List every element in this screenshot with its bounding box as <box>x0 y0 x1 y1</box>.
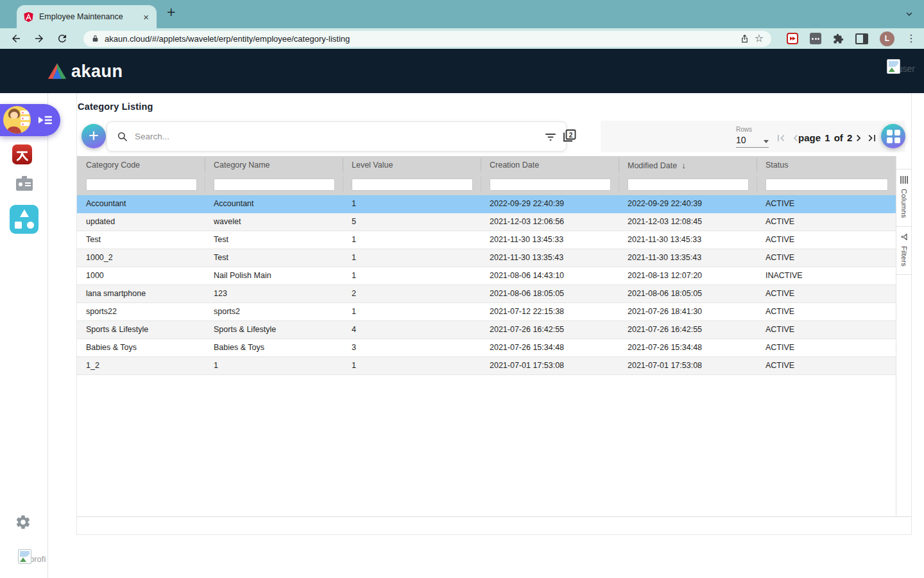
extensions-puzzle-icon[interactable] <box>833 33 844 44</box>
table-cell: 1 <box>343 303 481 320</box>
first-page-button[interactable] <box>774 132 787 144</box>
table-row[interactable]: 1000Nail Polish Main12021-08-06 14:43:10… <box>77 267 896 285</box>
tab-search-chevron-icon[interactable] <box>905 10 914 19</box>
search-icon <box>117 131 128 142</box>
table-row[interactable]: TestTest12021-11-30 13:45:332021-11-30 1… <box>77 231 896 249</box>
table-cell: 2021-07-26 16:42:55 <box>481 321 619 338</box>
table-cell: 2021-07-26 16:42:55 <box>619 321 757 338</box>
table-cell: 2021-07-26 18:41:30 <box>619 303 757 320</box>
reload-button[interactable] <box>56 33 68 44</box>
search-bar <box>107 121 567 152</box>
column-filter-input[interactable] <box>628 179 749 191</box>
rows-per-page-value: 10 <box>736 135 746 145</box>
table-cell: Accountant <box>205 195 343 213</box>
broken-image-icon <box>887 59 900 74</box>
table-cell: 2021-07-26 15:34:48 <box>619 339 757 356</box>
back-button[interactable] <box>10 33 22 44</box>
address-bar[interactable]: akaun.cloud/#/applets/wavelet/erp/entity… <box>83 31 771 47</box>
sidebar-applet-shapes-icon[interactable] <box>10 205 38 234</box>
browser-tab[interactable]: Employee Maintenance × <box>17 5 157 28</box>
akaun-logo-text: akaun <box>71 61 123 81</box>
sidebar-applet-dai-icon[interactable] <box>12 144 32 164</box>
forward-button[interactable] <box>33 33 45 44</box>
user-alt-text: user <box>898 64 915 74</box>
search-input[interactable] <box>133 131 539 142</box>
sidebar-profile-broken-image[interactable]: profi <box>18 549 46 564</box>
column-header[interactable]: Modified Date↓ <box>619 161 757 170</box>
extension-dots-icon[interactable] <box>810 33 821 44</box>
user-menu[interactable]: user <box>887 59 915 74</box>
column-filter-input[interactable] <box>490 179 611 191</box>
table-cell: updated <box>77 213 205 231</box>
table-cell: Babies & Toys <box>77 339 205 356</box>
last-page-button[interactable] <box>866 132 878 144</box>
active-applet-pill[interactable] <box>0 104 60 136</box>
settings-gear-icon[interactable] <box>15 514 31 530</box>
filter-list-icon[interactable] <box>545 132 556 142</box>
table-cell: 2021-11-30 13:35:43 <box>619 249 757 267</box>
next-page-button[interactable] <box>852 132 865 144</box>
table-cell: Test <box>205 231 343 249</box>
plus-icon: + <box>89 127 99 144</box>
browser-menu-kebab-icon[interactable]: ⋮ <box>906 33 916 44</box>
bookmark-star-icon[interactable]: ☆ <box>755 33 764 44</box>
add-category-button[interactable]: + <box>81 124 106 148</box>
column-header[interactable]: Level Value <box>343 161 481 170</box>
tab-close-icon[interactable]: × <box>142 12 150 22</box>
browser-tab-strip: Employee Maintenance × + <box>0 0 924 28</box>
table-row[interactable]: updatedwavelet52021-12-03 12:06:562021-1… <box>77 213 896 231</box>
table-cell: 2021-08-06 14:43:10 <box>481 267 619 285</box>
columns-panel-button[interactable]: Columns <box>896 170 911 227</box>
table-cell: 2021-12-03 12:08:45 <box>619 213 757 231</box>
content-card: Category Listing + 2 Rows 10 p <box>76 93 912 535</box>
side-panel-icon[interactable] <box>855 33 868 44</box>
column-header[interactable]: Status <box>757 161 896 170</box>
table-row[interactable]: Babies & ToysBabies & Toys32021-07-26 15… <box>77 339 896 357</box>
akaun-logo[interactable]: akaun <box>47 61 123 81</box>
table-cell: 2021-11-30 13:35:43 <box>481 249 619 267</box>
table-cell: 2021-11-30 13:45:33 <box>619 231 757 249</box>
filters-label: Filters <box>900 246 908 267</box>
extension-red-icon[interactable] <box>787 33 798 44</box>
page-title: Category Listing <box>78 101 153 112</box>
column-filter-input[interactable] <box>86 179 197 191</box>
column-filter-input[interactable] <box>352 179 473 191</box>
table-row[interactable]: 1_2112021-07-01 17:53:082021-07-01 17:53… <box>77 357 896 375</box>
column-header[interactable]: Category Code <box>77 161 205 170</box>
columns-bars-icon <box>900 176 908 184</box>
pages-copy-icon[interactable]: 2 <box>562 128 577 143</box>
table-cell: 1 <box>343 357 481 374</box>
column-filter-input[interactable] <box>766 179 888 191</box>
lock-icon <box>91 35 99 43</box>
sidebar-applet-badge-icon[interactable] <box>16 179 33 191</box>
column-filter-input[interactable] <box>214 179 335 191</box>
table-row[interactable]: Sports & LifestyleSports & Lifestyle4202… <box>77 321 896 339</box>
column-header[interactable]: Creation Date <box>481 161 619 170</box>
table-cell: 1000_2 <box>77 249 205 267</box>
table-cell: 2021-08-06 18:05:05 <box>481 285 619 302</box>
table-cell: ACTIVE <box>757 213 896 231</box>
table-filter-row <box>77 174 896 195</box>
tab-title: Employee Maintenance <box>39 12 142 21</box>
column-header[interactable]: Category Name <box>205 161 343 170</box>
new-tab-button[interactable]: + <box>167 4 175 21</box>
table-cell: 2021-07-01 17:53:08 <box>619 357 757 374</box>
table-row[interactable]: sports22sports212021-07-12 22:15:382021-… <box>77 303 896 321</box>
table-cell: 2022-09-29 22:40:39 <box>619 195 757 213</box>
filters-panel-button[interactable]: Filters <box>896 227 911 275</box>
table-row[interactable]: AccountantAccountant12022-09-29 22:40:39… <box>77 195 896 213</box>
menu-open-icon[interactable] <box>37 113 53 127</box>
table-cell: Babies & Toys <box>205 339 343 356</box>
table-row[interactable]: 1000_2Test12021-11-30 13:35:432021-11-30… <box>77 249 896 267</box>
share-icon[interactable] <box>740 33 749 44</box>
filter-cell <box>481 174 619 195</box>
grid-view-button[interactable] <box>881 124 905 148</box>
table-row[interactable]: lana smartphone12322021-08-06 18:05:0520… <box>77 285 896 303</box>
browser-toolbar: akaun.cloud/#/applets/wavelet/erp/entity… <box>0 28 924 49</box>
table-cell: 1 <box>205 357 343 374</box>
profile-alt-text: profi <box>30 554 46 564</box>
browser-profile-avatar[interactable]: L <box>880 31 894 46</box>
rows-per-page-select[interactable]: 10 <box>736 135 769 148</box>
filter-cell <box>205 174 343 195</box>
filter-cell <box>77 174 205 195</box>
